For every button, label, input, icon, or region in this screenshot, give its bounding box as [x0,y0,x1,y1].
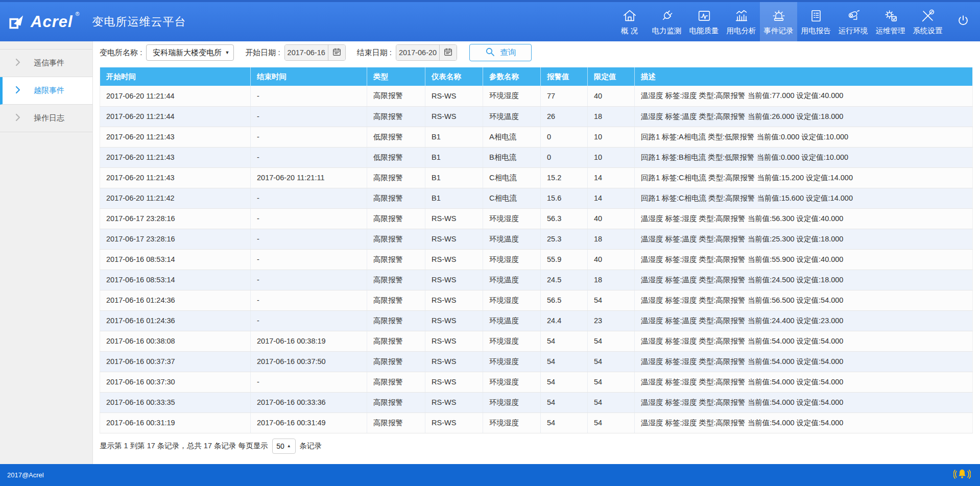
nav-item-overview[interactable]: 概 况 [611,2,648,41]
table-cell: 高限报警 [367,188,425,208]
table-cell: 2017-06-20 11:21:11 [251,167,367,188]
nav-label: 电力监测 [652,26,682,36]
nav-item-system-settings[interactable]: 系统设置 [909,2,946,41]
tools-icon [920,8,936,24]
table-cell: 54 [588,290,635,310]
table-cell: RS-WS [425,392,483,412]
caret-down-icon: ▼ [225,50,229,55]
table-cell: 环境温度 [483,106,541,127]
table-cell: 高限报警 [367,412,425,433]
events-table-header: 开始时间 结束时间 类型 仪表名称 参数名称 报警值 限定值 描述 [100,67,973,86]
table-cell: 40 [588,86,635,106]
table-cell: 2017-06-16 00:31:49 [251,412,367,433]
table-cell: 23 [588,310,635,331]
copyright-text: 2017@Acrel [7,471,44,479]
page-size-select[interactable]: 50 ▲ [272,439,296,454]
sidebar-item-label: 操作日志 [34,113,64,123]
table-cell: A相电流 [483,127,541,147]
bell-icon [953,467,971,484]
table-cell: 54 [588,331,635,351]
station-select[interactable]: 安科瑞新大楼变电所 ▼ [146,44,234,61]
nav-item-power-monitoring[interactable]: 电力监测 [648,2,685,41]
table-cell: 高限报警 [367,229,425,249]
col-header-description: 描述 [635,67,973,86]
table-cell: 2017-06-16 00:38:08 [100,331,251,351]
col-header-end-time: 结束时间 [251,67,367,86]
table-cell: 26 [541,106,588,127]
table-cell: 2017-06-16 00:33:35 [100,392,251,412]
end-date-input[interactable]: 2017-06-20 [396,45,439,60]
page-title: 变电所运维云平台 [92,14,186,30]
table-row: 2017-06-20 11:21:43-低限报警B1B相电流010回路1 标签:… [100,147,973,167]
nav-item-event-records[interactable]: 事件记录 [760,2,797,41]
table-cell: 2017-06-16 00:37:50 [251,351,367,372]
col-header-param-name: 参数名称 [483,67,541,86]
table-cell: 环境湿度 [483,351,541,372]
gear-icon [883,8,898,24]
table-cell: 10 [588,147,635,167]
logout-power-button[interactable] [946,2,980,41]
table-cell: 回路1 标签:C相电流 类型:高限报警 当前值:15.200 设定值:14.00… [635,167,973,188]
station-select-value: 安科瑞新大楼变电所 [153,48,222,58]
start-date-input[interactable]: 2017-06-16 [285,45,328,60]
table-cell: 回路1 标签:B相电流 类型:低限报警 当前值:0.000 设定值:10.000 [635,147,973,167]
calendar-icon [332,47,342,58]
caret-up-icon: ▲ [287,444,291,448]
nav-item-usage-report[interactable]: 用电报告 [797,2,834,41]
table-row: 2017-06-16 00:38:082017-06-16 00:38:19高限… [100,331,973,351]
nav-label: 电能质量 [689,26,719,36]
nav-item-usage-analysis[interactable]: 用电分析 [723,2,760,41]
table-cell: - [251,147,367,167]
table-cell: 温湿度 标签:温度 类型:高限报警 当前值:24.400 设定值:23.000 [635,310,973,331]
table-cell: 24.4 [541,310,588,331]
sidebar-item-operation-log[interactable]: 操作日志 [0,105,92,132]
notification-bell-button[interactable] [953,467,971,484]
table-cell: 温湿度 标签:湿度 类型:高限报警 当前值:56.500 设定值:54.000 [635,290,973,310]
table-cell: 54 [588,392,635,412]
table-cell: 10 [588,127,635,147]
table-cell: - [251,229,367,249]
page-body: 遥信事件 越限事件 操作日志 变电所名称 : 安科瑞新大楼变电所 ▼ 开始日期 … [0,41,980,464]
table-row: 2017-06-20 11:21:44-高限报警RS-WS环境温度2618温湿度… [100,106,973,127]
table-cell: 0 [541,127,588,147]
table-row: 2017-06-16 00:37:30-高限报警RS-WS环境湿度5454温湿度… [100,372,973,392]
acrel-logo-icon [8,13,26,31]
table-cell: 高限报警 [367,86,425,106]
table-cell: B1 [425,127,483,147]
table-row: 2017-06-20 11:21:44-高限报警RS-WS环境湿度7740温湿度… [100,86,973,106]
table-cell: RS-WS [425,106,483,127]
table-row: 2017-06-16 00:37:372017-06-16 00:37:50高限… [100,351,973,372]
table-cell: 回路1 标签:C相电流 类型:高限报警 当前值:15.600 设定值:14.00… [635,188,973,208]
table-cell: B1 [425,167,483,188]
table-cell: RS-WS [425,310,483,331]
nav-item-operating-environment[interactable]: 运行环境 [834,2,872,41]
table-cell: 低限报警 [367,147,425,167]
sidebar-item-label: 越限事件 [34,86,64,95]
table-cell: 77 [541,86,588,106]
table-cell: 高限报警 [367,392,425,412]
table-cell: RS-WS [425,270,483,290]
nav-item-power-quality[interactable]: 电能质量 [685,2,723,41]
table-cell: 18 [588,106,635,127]
table-cell: 高限报警 [367,290,425,310]
table-cell: 2017-06-16 08:53:14 [100,270,251,290]
table-cell: 高限报警 [367,372,425,392]
table-cell: RS-WS [425,412,483,433]
table-cell: 环境湿度 [483,208,541,229]
table-cell: 54 [588,412,635,433]
sidebar-item-remote-signal-events[interactable]: 遥信事件 [0,50,92,77]
table-cell: 14 [588,167,635,188]
nav-item-om-management[interactable]: 运维管理 [872,2,909,41]
power-icon [955,13,971,31]
query-button[interactable]: 查询 [469,44,532,61]
plug-icon [659,8,675,24]
table-cell: 温湿度 标签:温度 类型:高限报警 当前值:26.000 设定值:18.000 [635,106,973,127]
col-header-start-time: 开始时间 [100,67,251,86]
end-date-calendar-button[interactable] [439,45,457,60]
sidebar-item-limit-events[interactable]: 越限事件 [0,77,92,105]
table-cell: RS-WS [425,331,483,351]
table-cell: 2017-06-17 23:28:16 [100,208,251,229]
start-date-calendar-button[interactable] [328,45,345,60]
end-date-group: 2017-06-20 [396,44,457,61]
pulse-chart-icon [697,8,712,24]
